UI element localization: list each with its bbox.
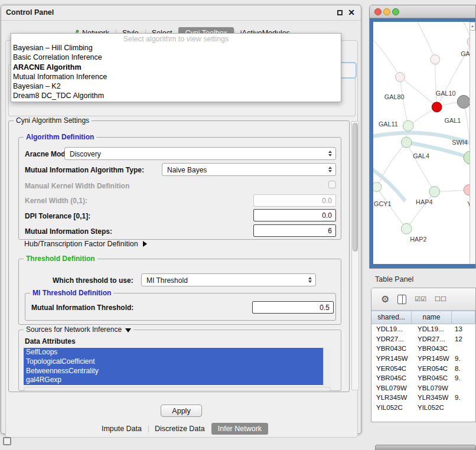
minimize-traffic-icon[interactable]	[383, 8, 390, 15]
settings-scrollbar[interactable]	[351, 121, 359, 390]
network-window-titlebar[interactable]	[370, 5, 475, 18]
algorithm-dropdown-popup: Select algorithm to view settings Bayesi…	[11, 33, 341, 102]
network-node[interactable]	[429, 187, 440, 197]
column-header-shared[interactable]: shared...	[371, 311, 412, 324]
list-item-selfloops[interactable]: SelfLoops	[24, 348, 323, 357]
tab-impute-data[interactable]: Impute Data	[95, 423, 148, 435]
deselect-all-icon[interactable]: ☐☐	[435, 296, 446, 302]
stepper-icon	[308, 277, 312, 283]
network-graph[interactable]: GAL80GAL10GAL1GAL11SWI4GAL4GCY1HAP4HAP2G…	[373, 22, 470, 264]
stepper-icon	[328, 151, 332, 156]
cell: YDL19...	[371, 325, 412, 332]
list-scrollbar[interactable]	[323, 348, 331, 386]
mi-threshold-field[interactable]: 0.5	[252, 301, 334, 314]
network-node[interactable]	[464, 151, 470, 164]
cell: YBL079W	[412, 384, 452, 392]
network-node[interactable]	[401, 223, 412, 234]
collapse-down-icon	[125, 328, 131, 332]
manual-kernel-checkbox[interactable]	[328, 181, 336, 188]
network-node[interactable]	[373, 182, 382, 192]
network-edge[interactable]	[373, 34, 400, 77]
network-edge[interactable]	[377, 142, 406, 187]
table-row[interactable]: YBL079WYBL079W	[371, 383, 475, 393]
table-row[interactable]: YPR145WYPR145W9.	[371, 354, 475, 364]
select-all-icon[interactable]: ☑☑	[415, 296, 426, 302]
which-threshold-label: Which threshold to use:	[53, 276, 133, 285]
node-label: HAP4	[416, 198, 432, 206]
network-edge[interactable]	[400, 77, 408, 126]
kernel-width-field[interactable]: 0.0	[253, 194, 336, 207]
network-scrollbar[interactable]	[470, 22, 475, 264]
network-node[interactable]	[396, 73, 405, 82]
network-edge[interactable]	[377, 187, 406, 229]
network-edge[interactable]	[406, 142, 434, 192]
window-title: Control Panel	[6, 8, 54, 17]
dropdown-item-bayesian-hill-climbing[interactable]: Bayesian – Hill Climbing	[11, 43, 341, 53]
cell: YBR043C	[371, 345, 412, 352]
network-edge[interactable]	[414, 22, 435, 60]
cell: 9.	[452, 374, 475, 381]
network-node[interactable]	[403, 120, 413, 131]
dropdown-item-dream8-dc-tdc-algorithm[interactable]: Dream8 DC_TDC Algorithm	[11, 91, 341, 100]
network-edge[interactable]	[400, 77, 436, 107]
apply-button[interactable]: Apply	[161, 405, 202, 417]
network-node[interactable]	[432, 102, 442, 112]
table-row[interactable]: YLR345WYLR345W9.	[371, 393, 475, 403]
control-panel-titlebar[interactable]: Control Panel ✕	[1, 5, 361, 21]
tab-discretize-data[interactable]: Discretize Data	[148, 423, 211, 435]
gear-icon[interactable]: ⚙	[381, 295, 389, 304]
hub-definition-toggle[interactable]: Hub/Transcription Factor Definition	[24, 240, 147, 248]
dropdown-item-basic-correlation-inference[interactable]: Basic Correlation Inference	[11, 53, 341, 62]
network-node[interactable]	[464, 185, 470, 195]
table-row[interactable]: YBR043CYBR043C	[371, 344, 475, 354]
column-header-extra[interactable]	[452, 311, 475, 324]
network-node[interactable]	[401, 137, 412, 148]
table-row[interactable]: YER054CYER054C8.	[371, 363, 475, 373]
mi-threshold-title: MI Threshold Definition	[30, 289, 113, 297]
dropdown-item-mutual-information-inference[interactable]: Mutual Information Inference	[11, 72, 341, 81]
dropdown-item-aracne-algorithm[interactable]: ARACNE Algorithm	[11, 63, 341, 72]
aracne-mode-select[interactable]: Discovery	[64, 147, 336, 160]
network-edge[interactable]	[435, 60, 437, 107]
cell: 9.	[452, 394, 475, 401]
network-edge[interactable]	[464, 102, 470, 158]
scrollbar-thumb[interactable]	[353, 123, 358, 252]
tab-infer-network[interactable]: Infer Network	[211, 423, 268, 435]
network-node[interactable]	[457, 95, 470, 108]
list-item-gal4rgexp[interactable]: gal4RGexp	[24, 376, 323, 385]
network-node[interactable]	[431, 55, 440, 64]
mi-type-select[interactable]: Naive Bayes	[162, 163, 336, 176]
dropdown-item-bayesian-k2[interactable]: Bayesian – K2	[11, 81, 341, 91]
cell: 9.	[452, 355, 475, 362]
table-row[interactable]: YBR045CYBR045C9.	[371, 373, 475, 383]
list-hscrollbar[interactable]	[24, 387, 331, 391]
network-canvas[interactable]: GAL80GAL10GAL1GAL11SWI4GAL4GCY1HAP4HAP2G…	[373, 22, 470, 264]
float-window-icon[interactable]	[337, 10, 343, 15]
list-item-betweennesscentrality[interactable]: BetweennessCentrality	[24, 367, 323, 376]
tab-label: Discretize Data	[155, 425, 205, 433]
panel-toggle-icon[interactable]	[3, 437, 11, 445]
table-row[interactable]: YDL19...YDL19...13	[371, 324, 475, 334]
sources-title-label: Sources for Network Inference	[26, 325, 122, 334]
sources-title[interactable]: Sources for Network Inference	[24, 325, 133, 334]
column-header-name[interactable]: name	[412, 311, 452, 324]
cell: YDR27...	[412, 335, 452, 343]
table-row[interactable]: YDR27...YDR27...12	[371, 334, 475, 344]
data-attributes-list[interactable]: SelfLoopsTopologicalCoefficientBetweenne…	[24, 348, 331, 386]
list-item-topologicalcoefficient[interactable]: TopologicalCoefficient	[24, 357, 323, 367]
cell: 12	[452, 335, 475, 343]
network-edge[interactable]	[406, 192, 434, 229]
close-icon[interactable]: ✕	[348, 8, 355, 17]
mi-steps-field[interactable]: 6	[253, 224, 336, 237]
columns-icon[interactable]	[397, 295, 406, 304]
table-row[interactable]: YIL052CYIL052C	[371, 403, 475, 413]
zoom-traffic-icon[interactable]	[392, 8, 399, 15]
dpi-tolerance-field[interactable]: 0.0	[253, 209, 336, 221]
table-panel-label: Table Panel	[375, 275, 413, 283]
scroll-arrow-icon[interactable]: ▲	[470, 22, 475, 31]
cell: YBR045C	[371, 374, 412, 381]
close-traffic-icon[interactable]	[374, 8, 382, 15]
cell: YLR345W	[371, 394, 412, 401]
cell: YIL052C	[371, 404, 412, 411]
which-threshold-select[interactable]: MI Threshold	[141, 273, 316, 286]
